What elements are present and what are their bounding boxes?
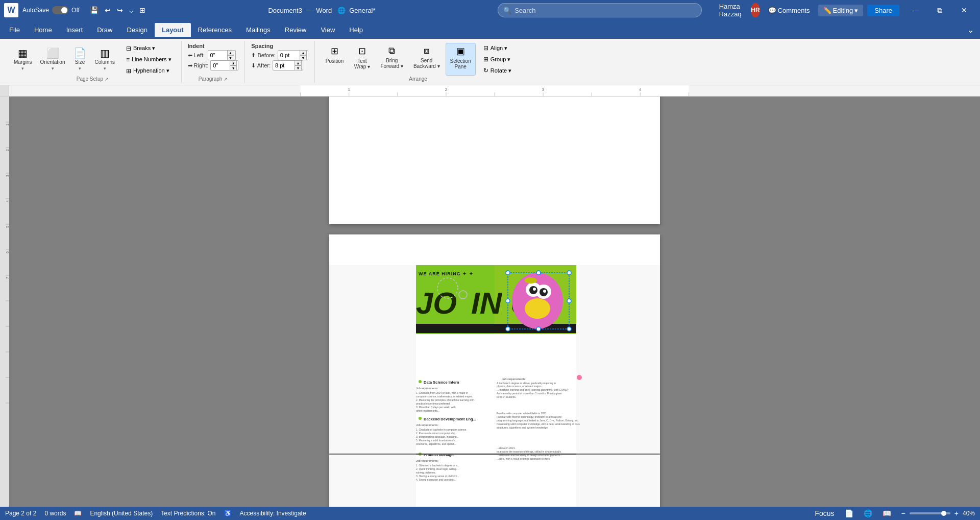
ribbon-collapse-button[interactable]: ⌄ xyxy=(967,25,974,35)
minimize-button[interactable]: — xyxy=(903,0,927,20)
size-button[interactable]: 📄 Size ▾ xyxy=(70,45,90,74)
close-button[interactable]: ✕ xyxy=(952,0,976,20)
tab-help[interactable]: Help xyxy=(342,23,370,37)
tab-home[interactable]: Home xyxy=(27,23,59,37)
indent-right-label: ➡ Right: xyxy=(188,62,209,69)
tab-review[interactable]: Review xyxy=(278,23,314,37)
ruler-scale: 1 2 3 4 xyxy=(9,85,980,96)
line-numbers-button[interactable]: ≡ Line Numbers ▾ xyxy=(122,55,175,65)
hyphenation-button[interactable]: ⊞ Hyphenation ▾ xyxy=(122,66,175,76)
tab-view[interactable]: View xyxy=(313,23,342,37)
svg-point-61 xyxy=(567,299,571,303)
indent-left-input[interactable]: 0" ▲ ▼ xyxy=(208,50,236,60)
indent-right-input[interactable]: 0" ▲ ▼ xyxy=(210,60,238,70)
more-commands-button[interactable]: ⊞ xyxy=(137,5,148,15)
indent-left-down[interactable]: ▼ xyxy=(227,55,234,60)
spacing-group: Spacing ⬆ Before: 0 pt ▲ ▼ ⬇ After: 8 pt xyxy=(245,41,315,83)
svg-rect-117 xyxy=(329,265,416,507)
paragraph-group: Indent ⬅ Left: 0" ▲ ▼ ➡ Right: 0" xyxy=(182,41,246,83)
spacing-after-label: ⬇ After: xyxy=(251,62,271,69)
tab-insert[interactable]: Insert xyxy=(59,23,90,37)
spacing-after-down[interactable]: ▼ xyxy=(295,65,302,70)
indent-left-up[interactable]: ▲ xyxy=(227,50,234,55)
page-setup-expand-icon[interactable]: ↗ xyxy=(105,77,109,82)
status-bar-right: Focus 📄 🌐 📖 − + 40% xyxy=(813,508,975,518)
svg-text:2. Passionate about computer e: 2. Passionate about computer elec. xyxy=(416,432,456,435)
text-pred-label: Text Predictions: On xyxy=(161,510,215,517)
autosave-toggle[interactable] xyxy=(52,6,68,14)
svg-text:3. Having a strong sense of pl: 3. Having a strong sense of platform... xyxy=(416,475,459,478)
maximize-button[interactable]: ⧉ xyxy=(928,0,951,20)
customize-qat-button[interactable]: ⌵ xyxy=(127,5,135,15)
text-wrap-button[interactable]: ⊡ TextWrap ▾ xyxy=(349,43,375,76)
selection-pane-button[interactable]: ▣ SelectionPane xyxy=(446,43,476,76)
svg-text:physics, data science, or rela: physics, data science, or related majors… xyxy=(497,385,542,388)
svg-text:to fresh students.: to fresh students. xyxy=(497,395,516,398)
indent-right-value: 0" xyxy=(213,62,218,68)
spacing-after-input[interactable]: 8 pt ▲ ▼ xyxy=(273,60,303,70)
svg-text:...skills, with a result-orien: ...skills, with a result-oriented approa… xyxy=(497,457,550,460)
svg-text:4: 4 xyxy=(639,87,642,92)
share-button[interactable]: Share xyxy=(867,5,899,16)
tab-draw[interactable]: Draw xyxy=(90,23,119,37)
spacing-before-row: ⬆ Before: 0 pt ▲ ▼ xyxy=(251,50,308,60)
zoom-slider[interactable] xyxy=(910,512,950,514)
margins-button[interactable]: ▦ Margins ▾ xyxy=(10,45,36,74)
indent-right-down[interactable]: ▼ xyxy=(230,65,237,70)
tab-file[interactable]: File xyxy=(2,23,27,37)
save-button[interactable]: 💾 xyxy=(88,5,101,15)
zoom-in-button[interactable]: + xyxy=(952,508,961,518)
svg-text:1. Obtained a bachelor's degre: 1. Obtained a bachelor's degree or a... xyxy=(416,464,459,467)
send-backward-button[interactable]: ⧈ SendBackward ▾ xyxy=(409,43,445,76)
spacing-before-up[interactable]: ▲ xyxy=(300,50,307,55)
align-button[interactable]: ⊟ Align ▾ xyxy=(480,43,515,53)
paragraph-expand-icon[interactable]: ↗ xyxy=(224,77,228,82)
autosave-area: AutoSave Off xyxy=(22,6,80,14)
svg-text:solving problems.: solving problems. xyxy=(416,471,436,474)
print-layout-button[interactable]: 📄 xyxy=(843,508,855,518)
spacing-before-label: ⬆ Before: xyxy=(251,52,276,59)
undo-button[interactable]: ↩ xyxy=(103,5,113,15)
editing-button[interactable]: ✏️ Editing ▾ xyxy=(818,5,864,16)
spacing-after-up[interactable]: ▲ xyxy=(295,60,302,65)
spacing-before-down[interactable]: ▼ xyxy=(300,55,307,60)
rotate-button[interactable]: ↻ Rotate ▾ xyxy=(480,65,515,76)
general-label: General* xyxy=(349,7,375,14)
position-button[interactable]: ⊞ Position xyxy=(321,43,349,76)
svg-point-85 xyxy=(419,417,422,420)
svg-text:5. Mastering a solid foundatio: 5. Mastering a solid foundation of c... xyxy=(416,439,458,442)
spacing-before-input[interactable]: 0 pt ▲ ▼ xyxy=(278,50,308,60)
spacing-header: Spacing xyxy=(251,43,273,49)
tab-references[interactable]: References xyxy=(191,23,239,37)
svg-rect-45 xyxy=(416,324,495,333)
doc-page-2: WE ARE HIRING ✦ ✦ JO IN US xyxy=(329,234,660,507)
search-bar[interactable]: 🔍 Search xyxy=(498,3,702,17)
comments-button[interactable]: 💬 Comments xyxy=(764,5,814,16)
reading-view-button[interactable]: 📖 xyxy=(880,508,893,518)
svg-text:7: 7 xyxy=(6,277,9,279)
group-button[interactable]: ⊞ Group ▾ xyxy=(480,54,515,64)
doc-scroll-area[interactable]: WE ARE HIRING ✦ ✦ JO IN US xyxy=(9,97,980,507)
svg-text:programming language, not limi: programming language, not limited to Jav… xyxy=(497,419,579,422)
document-title-area: Document3 — Word 🌐 General* xyxy=(163,7,481,14)
zoom-level: 40% xyxy=(963,510,975,517)
web-layout-button[interactable]: 🌐 xyxy=(862,508,874,518)
search-placeholder: Search xyxy=(514,7,535,14)
focus-button[interactable]: Focus xyxy=(813,508,836,518)
redo-button[interactable]: ↪ xyxy=(115,5,125,15)
svg-point-59 xyxy=(567,271,571,275)
tab-design[interactable]: Design xyxy=(120,23,155,37)
breaks-button[interactable]: ⊟ Breaks ▾ xyxy=(122,43,175,54)
indent-right-up[interactable]: ▲ xyxy=(230,60,237,65)
tab-mailings[interactable]: Mailings xyxy=(239,23,278,37)
svg-text:1: 1 xyxy=(6,124,9,126)
zoom-out-button[interactable]: − xyxy=(899,508,908,518)
spacing-after-value: 8 pt xyxy=(275,62,284,68)
orientation-button[interactable]: ⬜ Orientation ▾ xyxy=(37,45,69,74)
bring-forward-button[interactable]: ⧉ BringForward ▾ xyxy=(376,43,407,76)
columns-button[interactable]: ▥ Columns ▾ xyxy=(91,45,118,74)
doc-page-1 xyxy=(329,97,660,224)
tab-layout[interactable]: Layout xyxy=(155,23,191,37)
svg-text:Job requirements:: Job requirements: xyxy=(502,377,526,381)
svg-text:5: 5 xyxy=(6,226,9,228)
